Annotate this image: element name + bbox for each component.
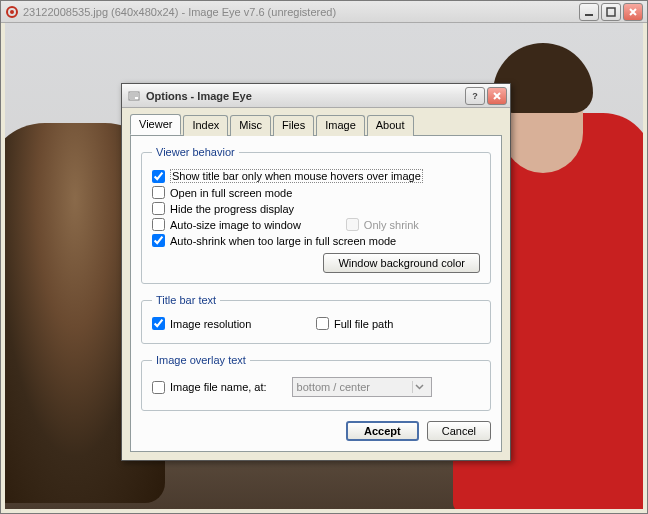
close-button[interactable] xyxy=(623,3,643,21)
main-titlebar[interactable]: 23122008535.jpg (640x480x24) - Image Eye… xyxy=(1,1,647,23)
dialog-titlebar[interactable]: Options - Image Eye ? xyxy=(122,84,510,108)
checkbox-auto-size[interactable] xyxy=(152,218,165,231)
main-window: 23122008535.jpg (640x480x24) - Image Eye… xyxy=(0,0,648,514)
checkbox-open-fullscreen[interactable] xyxy=(152,186,165,199)
svg-text:?: ? xyxy=(472,91,478,101)
label-file-name-at[interactable]: Image file name, at: xyxy=(170,381,267,393)
dialog-close-button[interactable] xyxy=(487,87,507,105)
tab-image[interactable]: Image xyxy=(316,115,365,136)
label-show-title-hover[interactable]: Show title bar only when mouse hovers ov… xyxy=(170,169,423,183)
overlay-position-value: bottom / center xyxy=(297,381,370,393)
dialog-title: Options - Image Eye xyxy=(146,90,465,102)
row-image-resolution: Image resolution xyxy=(152,317,316,330)
row-auto-shrink-fs: Auto-shrink when too large in full scree… xyxy=(152,234,480,247)
label-image-resolution[interactable]: Image resolution xyxy=(170,318,251,330)
row-full-file-path: Full file path xyxy=(316,317,480,330)
tab-panel-viewer: Viewer behavior Show title bar only when… xyxy=(130,135,502,452)
main-window-title: 23122008535.jpg (640x480x24) - Image Eye… xyxy=(23,6,579,18)
row-show-title-hover: Show title bar only when mouse hovers ov… xyxy=(152,169,480,183)
maximize-button[interactable] xyxy=(601,3,621,21)
checkbox-file-name-at[interactable] xyxy=(152,381,165,394)
svg-rect-3 xyxy=(607,8,615,16)
row-hide-progress: Hide the progress display xyxy=(152,202,480,215)
label-open-fullscreen[interactable]: Open in full screen mode xyxy=(170,187,292,199)
help-button[interactable]: ? xyxy=(465,87,485,105)
overlay-text-legend: Image overlay text xyxy=(152,354,250,366)
title-bar-text-group: Title bar text Image resolution Full fil… xyxy=(141,294,491,344)
label-hide-progress[interactable]: Hide the progress display xyxy=(170,203,294,215)
cancel-button[interactable]: Cancel xyxy=(427,421,491,441)
window-bg-color-button[interactable]: Window background color xyxy=(323,253,480,273)
minimize-button[interactable] xyxy=(579,3,599,21)
checkbox-show-title-hover[interactable] xyxy=(152,170,165,183)
window-controls xyxy=(579,3,643,21)
tab-files[interactable]: Files xyxy=(273,115,314,136)
checkbox-only-shrink xyxy=(346,218,359,231)
row-open-fullscreen: Open in full screen mode xyxy=(152,186,480,199)
accept-button[interactable]: Accept xyxy=(346,421,419,441)
tab-index[interactable]: Index xyxy=(183,115,228,136)
dialog-icon xyxy=(127,89,141,103)
label-only-shrink: Only shrink xyxy=(364,219,419,231)
tab-bar: Viewer Index Misc Files Image About xyxy=(130,114,502,135)
overlay-position-select: bottom / center xyxy=(292,377,432,397)
label-auto-shrink-fs[interactable]: Auto-shrink when too large in full scree… xyxy=(170,235,396,247)
dialog-body: Viewer Index Misc Files Image About View… xyxy=(122,108,510,460)
app-icon xyxy=(5,5,19,19)
svg-rect-2 xyxy=(585,14,593,16)
overlay-text-group: Image overlay text Image file name, at: … xyxy=(141,354,491,411)
options-dialog: Options - Image Eye ? Viewer Index Misc … xyxy=(121,83,511,461)
checkbox-full-file-path[interactable] xyxy=(316,317,329,330)
row-file-name-at: Image file name, at: bottom / center xyxy=(152,377,480,397)
svg-point-1 xyxy=(10,10,14,14)
checkbox-hide-progress[interactable] xyxy=(152,202,165,215)
tab-misc[interactable]: Misc xyxy=(230,115,271,136)
chevron-down-icon xyxy=(412,381,427,393)
checkbox-auto-shrink-fs[interactable] xyxy=(152,234,165,247)
label-auto-size[interactable]: Auto-size image to window xyxy=(170,219,301,231)
viewer-behavior-legend: Viewer behavior xyxy=(152,146,239,158)
row-auto-size: Auto-size image to window Only shrink xyxy=(152,218,480,231)
tab-viewer[interactable]: Viewer xyxy=(130,114,181,135)
dialog-button-row: Accept Cancel xyxy=(141,421,491,441)
title-bar-text-legend: Title bar text xyxy=(152,294,220,306)
checkbox-image-resolution[interactable] xyxy=(152,317,165,330)
label-full-file-path[interactable]: Full file path xyxy=(334,318,393,330)
viewer-behavior-group: Viewer behavior Show title bar only when… xyxy=(141,146,491,284)
tab-about[interactable]: About xyxy=(367,115,414,136)
